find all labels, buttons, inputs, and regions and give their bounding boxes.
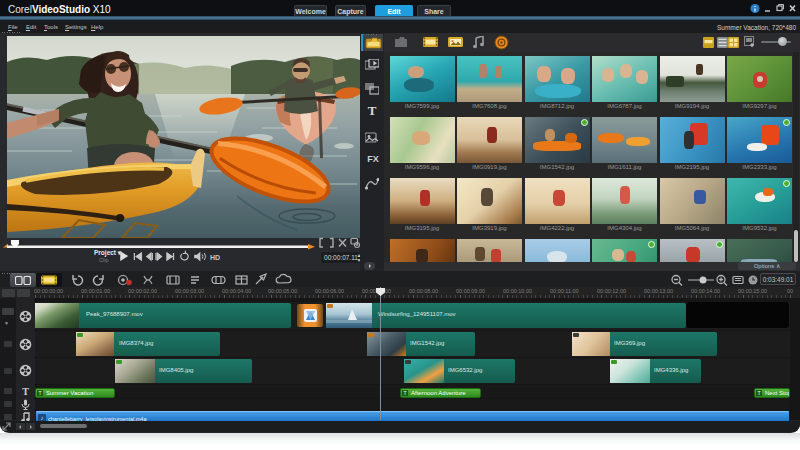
svg-text:HD: HD — [210, 254, 220, 261]
